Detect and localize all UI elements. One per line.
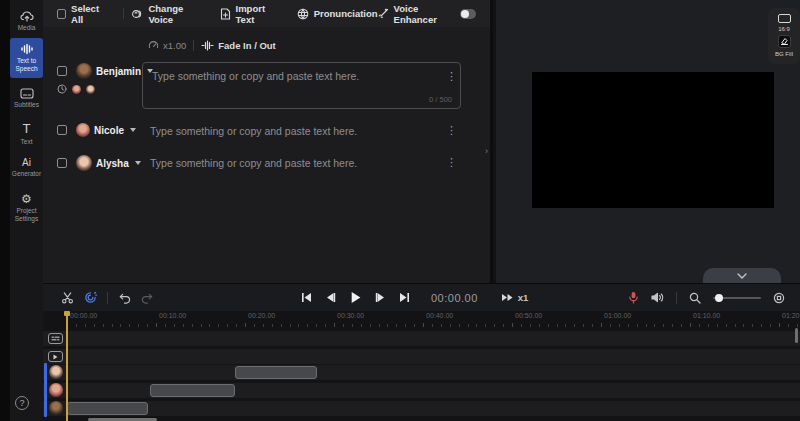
- avatar-alysha[interactable]: [76, 155, 92, 171]
- video-track-icon: [48, 351, 63, 362]
- sidebar-label: Generator: [12, 170, 41, 178]
- track-selection-strip: [44, 363, 47, 417]
- playhead-line[interactable]: [66, 311, 68, 421]
- sidebar-label: Text: [21, 138, 33, 146]
- tts-text-placeholder-alysha[interactable]: Type something or copy and paste text he…: [150, 157, 357, 169]
- divider: [193, 40, 194, 51]
- video-preview[interactable]: [532, 72, 774, 208]
- panel-expand-chevron-icon[interactable]: ›: [485, 146, 488, 156]
- speaker-header-nicole: Nicole: [57, 123, 136, 137]
- current-time-display: 00:00.00: [431, 292, 478, 304]
- voice-enhancer-control[interactable]: Voice Enhancer: [378, 3, 476, 25]
- chevron-down-icon[interactable]: [130, 128, 136, 132]
- sidebar-label: Project Settings: [10, 207, 43, 223]
- sidebar-item-text[interactable]: T Text: [10, 121, 43, 146]
- app-window: Media Text to Speech Subtitles T Text: [0, 0, 800, 421]
- timeline-toolbar: 00:00.00 x1: [43, 284, 800, 311]
- fade-in-out-button[interactable]: Fade In / Out: [201, 40, 276, 51]
- fast-forward-icon: [501, 293, 514, 302]
- sidebar-item-ai-generator[interactable]: Ai Generator: [10, 157, 43, 178]
- sidebar-item-project-settings[interactable]: ⚙ Project Settings: [10, 193, 43, 223]
- speaker-checkbox[interactable]: [57, 125, 67, 135]
- vertical-scrollbar[interactable]: [795, 328, 798, 343]
- toolbar-divider: [123, 8, 124, 19]
- speaker-name: Alysha: [96, 158, 129, 169]
- tts-text-placeholder-nicole[interactable]: Type something or copy and paste text he…: [150, 125, 357, 137]
- timeline-panel: 00:00.00 x1: [43, 283, 800, 421]
- audio-clip-nicole[interactable]: [150, 384, 235, 397]
- pronunciation-label: Pronunciation: [314, 8, 378, 19]
- avatar-nicole[interactable]: [76, 123, 90, 137]
- split-scissors-icon[interactable]: [61, 291, 74, 304]
- import-text-label: Import Text: [236, 3, 280, 25]
- timeline-zoom-slider[interactable]: [713, 293, 761, 303]
- select-all-label: Select All: [71, 3, 108, 25]
- track-voice-benjamin[interactable]: [43, 401, 800, 416]
- sidebar-item-media[interactable]: Media: [10, 10, 43, 32]
- media-upload-icon: [20, 10, 34, 22]
- row-menu-kebab-icon[interactable]: ⋮: [446, 155, 456, 169]
- horizontal-scrollbar[interactable]: [88, 418, 157, 421]
- play-button-icon[interactable]: [349, 291, 362, 304]
- smart-tool-icon[interactable]: [84, 291, 97, 304]
- speaker-checkbox[interactable]: [57, 158, 67, 168]
- row-menu-kebab-icon[interactable]: ⋮: [446, 123, 456, 137]
- redo-icon[interactable]: [141, 292, 154, 304]
- track-voice-alysha[interactable]: [43, 365, 800, 380]
- import-text-button[interactable]: Import Text: [220, 3, 280, 25]
- aspect-ratio-icon[interactable]: [778, 14, 791, 23]
- bg-fill-icon[interactable]: [778, 35, 791, 48]
- speaker-header-benjamin: Benjamin: [57, 63, 153, 79]
- select-all-control[interactable]: Select All: [57, 3, 109, 25]
- previous-frame-icon[interactable]: [325, 292, 336, 303]
- speaker-checkbox[interactable]: [57, 66, 67, 76]
- next-frame-icon[interactable]: [375, 292, 386, 303]
- gear-icon: ⚙: [21, 193, 32, 205]
- speaker-header-alysha: Alysha: [57, 155, 141, 171]
- volume-speaker-icon[interactable]: [651, 292, 664, 303]
- fade-label: Fade In / Out: [218, 40, 276, 51]
- avatar-benjamin[interactable]: [76, 63, 92, 79]
- track-avatar-benjamin: [49, 401, 63, 415]
- recent-voice-nicole[interactable]: [72, 85, 81, 94]
- aspect-ratio-label: 16:9: [778, 26, 790, 32]
- speed-gauge-icon: [148, 40, 159, 51]
- help-button[interactable]: ?: [15, 396, 29, 410]
- tts-textarea[interactable]: [143, 63, 460, 108]
- chevron-down-icon[interactable]: [135, 161, 141, 165]
- record-mic-icon[interactable]: [628, 291, 639, 304]
- waveform-icon: [20, 43, 34, 55]
- slider-knob[interactable]: [715, 294, 723, 302]
- collapse-preview-tab[interactable]: [703, 268, 781, 283]
- window-edge-strip: [0, 0, 10, 421]
- speed-value: x1.00: [163, 40, 186, 51]
- audio-clip-benjamin[interactable]: [67, 402, 148, 415]
- timeline-ruler[interactable]: 00:00.0000:10.0000:20.0000:30.0000:40.00…: [43, 311, 800, 328]
- speaker-name: Benjamin: [96, 66, 141, 77]
- voice-enhancer-toggle[interactable]: [460, 9, 476, 19]
- preview-dock: 16:9 BG Fill: [768, 8, 800, 64]
- speed-control[interactable]: x1.00: [148, 40, 186, 51]
- audio-clip-alysha[interactable]: [235, 366, 317, 379]
- undo-icon[interactable]: [118, 292, 131, 304]
- skip-to-start-icon[interactable]: [301, 292, 312, 303]
- zoom-out-icon[interactable]: [689, 292, 701, 304]
- sidebar-item-subtitles[interactable]: Subtitles: [10, 88, 43, 109]
- change-voice-button[interactable]: Change Voice: [131, 3, 202, 25]
- track-video[interactable]: [43, 349, 800, 364]
- pronunciation-button[interactable]: Pronunciation: [297, 8, 378, 20]
- select-all-checkbox[interactable]: [57, 9, 66, 19]
- fade-icon: [201, 40, 214, 51]
- speaker-name: Nicole: [94, 125, 124, 136]
- divider: [107, 292, 108, 304]
- recent-voice-alysha[interactable]: [86, 85, 95, 94]
- track-subtitle[interactable]: [43, 331, 800, 346]
- zoom-fit-icon[interactable]: [773, 292, 785, 304]
- playback-rate-control[interactable]: x1: [501, 292, 529, 303]
- sidebar-item-text-to-speech[interactable]: Text to Speech: [10, 38, 43, 78]
- skip-to-end-icon[interactable]: [399, 292, 410, 303]
- voice-history-row: [57, 84, 95, 94]
- track-avatar-alysha: [49, 365, 63, 379]
- row-menu-kebab-icon[interactable]: ⋮: [446, 69, 456, 83]
- history-clock-icon[interactable]: [57, 84, 67, 94]
